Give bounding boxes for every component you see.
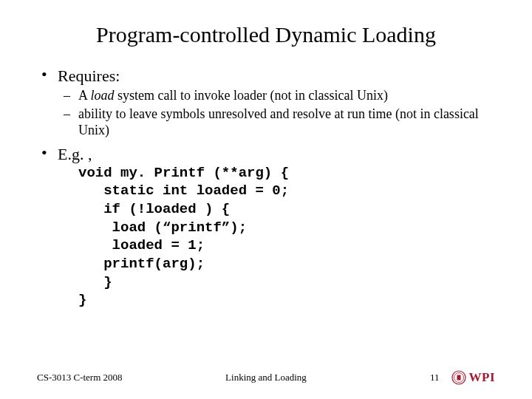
bullet-list: Requires: A load system call to invoke l…	[37, 66, 495, 310]
slide-footer: CS-3013 C-term 2008 Linking and Loading …	[37, 366, 495, 389]
sub-list-requires: A load system call to invoke loader (not…	[58, 87, 495, 139]
sub-bullet-unresolved-symbols: ability to leave symbols unresolved and …	[58, 106, 495, 139]
bullet-eg-label: E.g. ,	[58, 145, 92, 163]
bullet-requires: Requires: A load system call to invoke l…	[37, 66, 495, 139]
sub1-pre: A	[78, 88, 91, 103]
code-block: void my. Printf (**arg) { static int loa…	[78, 164, 495, 310]
sub1-emph: load	[91, 88, 115, 103]
sub-bullet-load-syscall: A load system call to invoke loader (not…	[58, 87, 495, 104]
svg-rect-2	[457, 375, 460, 381]
footer-page-number: 11	[430, 372, 440, 383]
bullet-eg: E.g. , void my. Printf (**arg) { static …	[37, 145, 495, 310]
slide: Program-controlled Dynamic Loading Requi…	[0, 0, 532, 399]
sub1-post: system call to invoke loader (not in cla…	[115, 88, 388, 103]
wpi-logo-text: WPI	[469, 370, 496, 385]
footer-right-group: 11 WPI	[430, 370, 495, 385]
wpi-logo: WPI	[451, 370, 496, 385]
footer-topic: Linking and Loading	[37, 372, 495, 383]
slide-title: Program-controlled Dynamic Loading	[37, 22, 495, 47]
bullet-requires-label: Requires:	[58, 66, 120, 85]
wpi-seal-icon	[451, 370, 466, 385]
